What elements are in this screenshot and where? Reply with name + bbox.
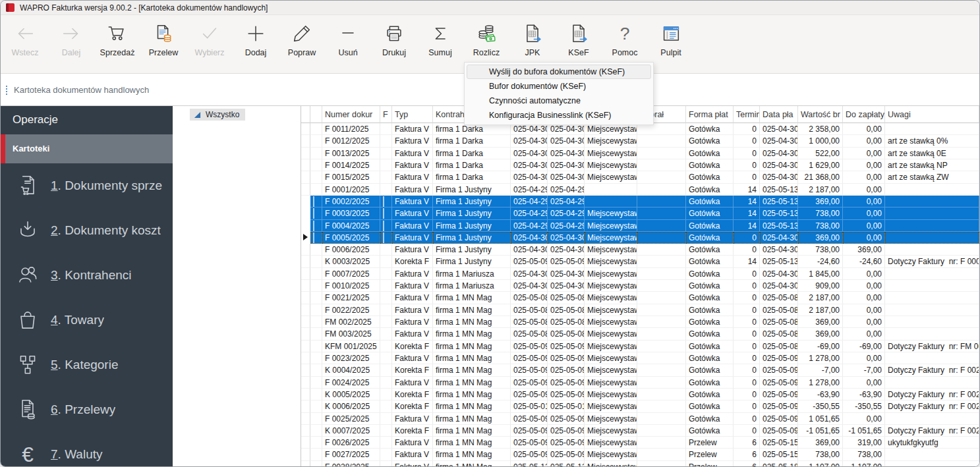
sidebar-section-kartoteki[interactable]: Kartoteki	[1, 134, 173, 163]
column-header-data_platnosci[interactable]: Data pła	[760, 106, 798, 123]
doc-export-icon	[521, 20, 544, 47]
sidebar-item-dokumenty-sprzedazy[interactable]: 1. Dokumenty sprze	[1, 163, 173, 208]
toolbar-button-usun[interactable]: Usuń	[325, 20, 371, 57]
cell-kontrahent: firma 1 MN Mag	[433, 377, 511, 389]
menu-item-4[interactable]: Konfiguracja Businesslink (KSeF)	[467, 108, 651, 123]
doc-coins-icon	[152, 20, 175, 47]
table-row[interactable]: F 0003/2025Faktura VFirma 1 Justyny025-0…	[301, 207, 979, 219]
menu-item-2[interactable]: Bufor dokumentów (KSeF)	[467, 79, 651, 94]
toolbar-button-przelew[interactable]: Przelew	[140, 20, 187, 57]
table-row[interactable]: F 0015/2025Faktura Vfirma 1 Darka025-04-…	[301, 171, 979, 183]
cell-forma: Gotówka	[686, 377, 734, 389]
row-indicator	[301, 220, 310, 232]
cell-fiscal-checkbox[interactable]	[380, 232, 392, 244]
table-row[interactable]: F 0010/2025Faktura Vfirma 1 Mariusza025-…	[301, 280, 979, 292]
table-row[interactable]: FM 003/2025Faktura Vfirma 1 MN Mag025-05…	[301, 328, 979, 340]
checkbox-checked-icon[interactable]	[313, 221, 314, 231]
toolbar-button-sumuj[interactable]: Sumuj	[417, 20, 463, 57]
table-row[interactable]: F 0004/2025Faktura VFirma 1 Justyny025-0…	[301, 220, 979, 232]
toolbar-button-popraw[interactable]: Popraw	[279, 20, 325, 57]
sidebar-item-przelewy[interactable]: 6. Przelewy	[1, 387, 173, 432]
column-header-termin[interactable]: Termin	[734, 106, 760, 123]
sidebar-item-dokumenty-kosztowe[interactable]: 2. Dokumenty koszt	[1, 208, 173, 253]
table-row[interactable]: K 0004/2025Korekta Ffirma 1 MN Mag025-05…	[301, 364, 979, 376]
cell-do_zaplaty: 0,00	[843, 171, 885, 183]
table-row[interactable]: F 0022/2025Faktura Vfirma 1 MN Mag025-05…	[301, 304, 979, 316]
toolbar-button-pulpit[interactable]: Pulpit	[648, 20, 694, 57]
row-select-checkbox	[310, 256, 322, 267]
table-row[interactable]: KFM 001/2025Korekta Ffirma 1 MN Mag025-0…	[301, 341, 979, 352]
cell-data_platnosci: 025-05-08	[760, 292, 798, 304]
column-header-wartosc[interactable]: Wartość br	[798, 106, 843, 123]
table-row[interactable]: F 0012/2025Faktura Vfirma 1 Darka025-04-…	[301, 135, 979, 147]
cell-miejsce: Miejscewystawi	[585, 328, 637, 340]
column-header-forma[interactable]: Forma płat	[686, 106, 734, 123]
cell-fiscal-checkbox	[380, 123, 392, 135]
checkbox-checked-icon[interactable]	[313, 233, 314, 243]
toolbar-button-jpk[interactable]: JPK	[509, 20, 556, 57]
table-row[interactable]: K 0006/2025Korekta Ffirma 1 MN Mag025-05…	[301, 400, 979, 412]
table-row[interactable]: F 0021/2025Faktura Vfirma 1 MN Mag025-05…	[301, 292, 979, 304]
cell-num: F 0003/2025	[322, 207, 380, 219]
checkbox-unchecked-icon[interactable]	[383, 196, 384, 207]
table-row[interactable]: K 0007/2025Korekta Ffirma 1 MN Mag025-05…	[301, 425, 979, 437]
checkbox-unchecked-icon[interactable]	[383, 208, 384, 219]
checkbox-checked-icon[interactable]	[313, 196, 314, 207]
table-row[interactable]: F 0026/2025Faktura Vfirma 1 MN Mag025-05…	[301, 437, 979, 449]
cell-miejsce: Miejscewystawi	[585, 256, 637, 267]
sidebar-item-waluty[interactable]: €7. Waluty	[1, 432, 173, 466]
column-header-do_zaplaty[interactable]: Do zapłaty	[843, 106, 885, 123]
table-row[interactable]: F 0007/2025Faktura Vfirma 1 Mariusza025-…	[301, 268, 979, 280]
menu-item-1[interactable]: Wyślij do bufora dokumentów (KSeF)	[467, 65, 651, 79]
cell-fiscal-checkbox[interactable]	[380, 207, 392, 219]
table-row[interactable]: F 0025/2025Faktura Vfirma 1 MN Mag025-05…	[301, 413, 979, 425]
table-row[interactable]: F 0002/2025Faktura VFirma 1 Justyny025-0…	[301, 196, 979, 207]
table-row[interactable]: K 0003/2025Korekta FFirma 1 Justyny025-0…	[301, 256, 979, 267]
toolbar-button-rozlicz[interactable]: Rozlicz	[463, 20, 509, 57]
checkbox-unchecked-icon[interactable]	[383, 233, 384, 243]
checkbox-unchecked-icon[interactable]	[383, 221, 384, 231]
table-row[interactable]: K 0005/2025Korekta Ffirma 1 MN Mag025-05…	[301, 389, 979, 400]
table-row[interactable]: F 0013/2025Faktura Vfirma 1 Darka025-04-…	[301, 148, 979, 159]
tree-node-wszystko[interactable]: Wszystko	[190, 109, 245, 121]
table-row[interactable]: FM 002/2025Faktura Vfirma 1 MN Mag025-05…	[301, 316, 979, 328]
table-row[interactable]: F 0006/2025Faktura VFirma 1 Justyny025-0…	[301, 244, 979, 256]
toolbar-button-pomoc[interactable]: ?Pomoc	[602, 20, 648, 57]
toolbar-button-dodaj[interactable]: Dodaj	[233, 20, 279, 57]
cell-typ: Korekta F	[392, 256, 433, 267]
drag-handle-icon[interactable]	[6, 86, 7, 95]
row-select-checkbox[interactable]	[310, 196, 322, 207]
toolbar-button-drukuj[interactable]: Drukuj	[371, 20, 417, 57]
table-row[interactable]: F 0001/2025Faktura VFirma 1 Justyny025-0…	[301, 184, 979, 196]
row-select-checkbox[interactable]	[310, 220, 322, 232]
sidebar-item-kategorie[interactable]: 5. Kategorie	[1, 343, 173, 387]
column-header-typ[interactable]: Typ	[392, 106, 433, 123]
sidebar-item-towary[interactable]: 4. Towary	[1, 298, 173, 343]
toolbar-button-sprzedaz[interactable]: Sprzedaż	[94, 20, 140, 57]
app-window: WAPRO Fakturka wersja 9.00.2 - [Kartotek…	[0, 0, 980, 467]
cell-fiscal-checkbox[interactable]	[380, 196, 392, 207]
toolbar-button-ksef[interactable]: KSeF	[556, 20, 602, 57]
table-row[interactable]: F 0027/2025Faktura Vfirma 1 MN Mag025-05…	[301, 449, 979, 460]
row-select-checkbox[interactable]	[310, 232, 322, 244]
table-row[interactable]: F 0023/2025Faktura Vfirma 1 MN Mag025-05…	[301, 352, 979, 364]
table-row[interactable]: F 0005/2025Faktura VFirma 1 Justyny025-0…	[301, 232, 979, 244]
sidebar-item-kontrahenci[interactable]: 3. Kontrahenci	[1, 253, 173, 298]
svg-text:?: ?	[620, 24, 630, 43]
sidebar-header-operacje[interactable]: Operacje	[1, 106, 173, 134]
cell-data2: 025-04-29	[548, 184, 585, 196]
column-header-fx[interactable]: F	[380, 106, 392, 123]
row-select-checkbox[interactable]	[310, 207, 322, 219]
cell-num: F 0028/2025	[322, 461, 380, 466]
cell-kontrahent: Firma 1 Justyny	[433, 196, 511, 207]
menu-item-3[interactable]: Czynności automatyczne	[467, 94, 651, 108]
cell-fiscal-checkbox[interactable]	[380, 220, 392, 232]
cell-typ: Faktura V	[392, 292, 433, 304]
table-row[interactable]: F 0014/2025Faktura Vfirma 1 Darka025-04-…	[301, 159, 979, 171]
table-row[interactable]: F 0024/2025Faktura Vfirma 1 MN Mag025-05…	[301, 377, 979, 389]
cell-do_zaplaty: -24,60	[843, 256, 885, 267]
column-header-num[interactable]: Numer dokur	[322, 106, 380, 123]
column-header-uwagi[interactable]: Uwagi	[885, 106, 979, 123]
checkbox-checked-icon[interactable]	[313, 208, 314, 219]
table-row[interactable]: F 0028/2025Faktura Vfirma 1 MN Mag025-05…	[301, 461, 979, 466]
